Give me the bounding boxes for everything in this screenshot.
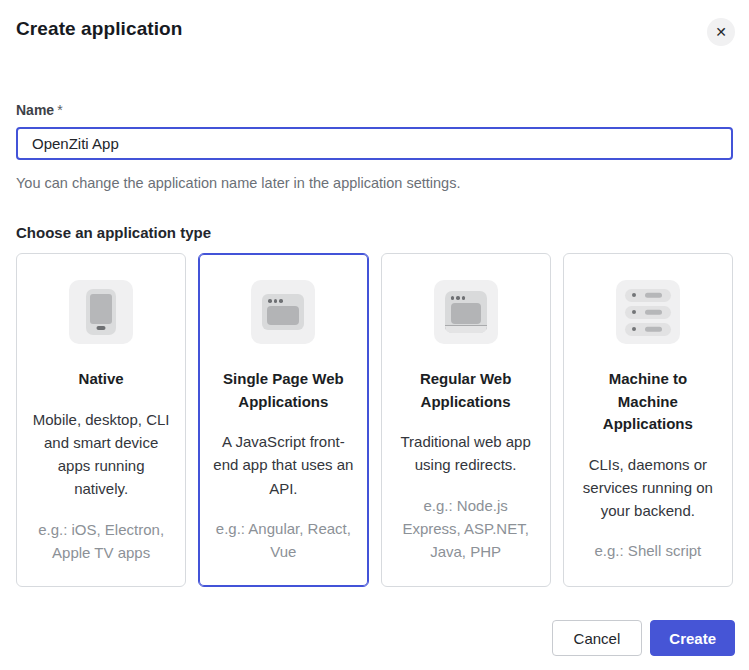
- type-card-title: Single Page Web Applications: [213, 368, 353, 413]
- type-card-description: Mobile, desktop, CLI and smart device ap…: [31, 408, 171, 501]
- browser-window-icon: [251, 280, 315, 344]
- form-area: Name* You can change the application nam…: [0, 102, 749, 587]
- type-card-description: A JavaScript front-end app that uses an …: [213, 430, 353, 500]
- application-name-input[interactable]: [16, 127, 733, 160]
- type-card-examples: e.g.: Angular, React, Vue: [213, 517, 353, 564]
- close-icon: ✕: [715, 25, 727, 39]
- phone-icon: [69, 280, 133, 344]
- type-card-description: CLIs, daemons or services running on you…: [578, 453, 718, 523]
- name-label-text: Name: [16, 102, 54, 118]
- type-card-spa[interactable]: Single Page Web Applications A JavaScrip…: [198, 253, 368, 587]
- dialog-footer: Cancel Create: [552, 620, 735, 656]
- create-application-dialog: Create application ✕ Name* You can chang…: [0, 0, 749, 670]
- server-stack-icon: [616, 280, 680, 344]
- type-card-title: Regular Web Applications: [396, 368, 536, 413]
- type-card-title: Native: [31, 368, 171, 391]
- cancel-button[interactable]: Cancel: [552, 620, 643, 656]
- web-server-window-icon: [434, 280, 498, 344]
- name-helper-text: You can change the application name late…: [16, 175, 733, 191]
- dialog-header: Create application ✕: [0, 0, 749, 46]
- type-card-examples: e.g.: Shell script: [578, 539, 718, 562]
- type-card-regular-web[interactable]: Regular Web Applications Traditional web…: [381, 253, 551, 587]
- type-card-machine-to-machine[interactable]: Machine to Machine Applications CLIs, da…: [563, 253, 733, 587]
- application-type-label: Choose an application type: [16, 224, 733, 241]
- dialog-title: Create application: [16, 18, 183, 40]
- type-card-native[interactable]: Native Mobile, desktop, CLI and smart de…: [16, 253, 186, 587]
- type-card-examples: e.g.: Node.js Express, ASP.NET, Java, PH…: [396, 494, 536, 564]
- type-card-examples: e.g.: iOS, Electron, Apple TV apps: [31, 518, 171, 565]
- create-button[interactable]: Create: [650, 620, 735, 656]
- close-button[interactable]: ✕: [707, 18, 735, 46]
- application-type-grid: Native Mobile, desktop, CLI and smart de…: [16, 253, 733, 587]
- type-card-title: Machine to Machine Applications: [578, 368, 718, 436]
- name-label: Name*: [16, 102, 733, 118]
- required-marker: *: [57, 102, 62, 118]
- type-card-description: Traditional web app using redirects.: [396, 430, 536, 477]
